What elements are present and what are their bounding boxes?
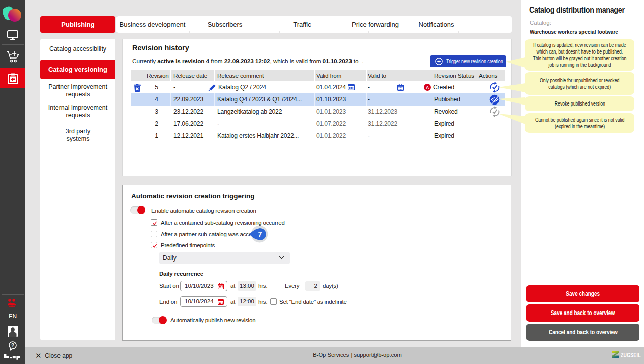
svg-text:A: A <box>426 85 429 90</box>
svg-text:7: 7 <box>258 230 262 238</box>
svg-text:?: ? <box>11 343 14 348</box>
